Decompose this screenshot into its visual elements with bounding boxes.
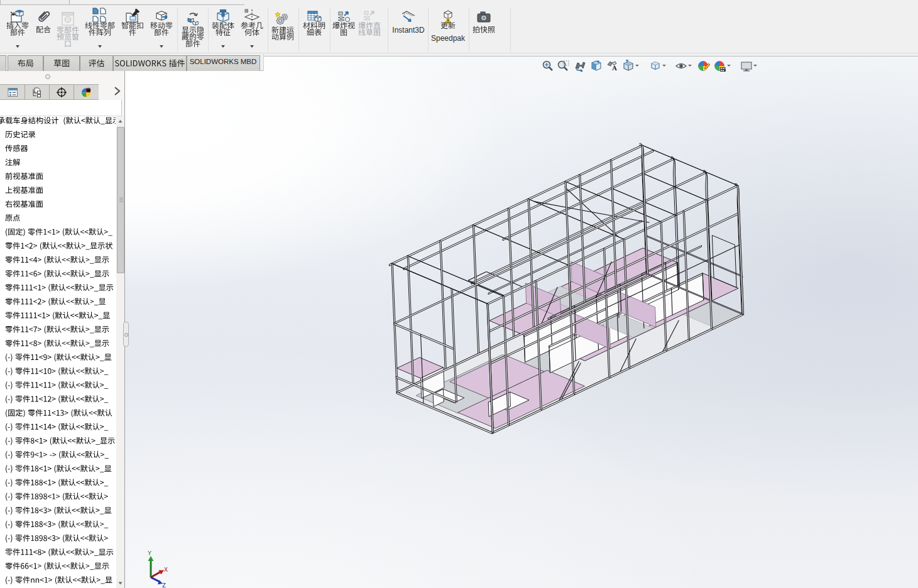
svg-text:Y: Y <box>148 550 151 557</box>
svg-text:A: A <box>612 64 617 72</box>
svg-text:X: X <box>164 567 168 574</box>
svg-text:Z: Z <box>162 582 166 588</box>
